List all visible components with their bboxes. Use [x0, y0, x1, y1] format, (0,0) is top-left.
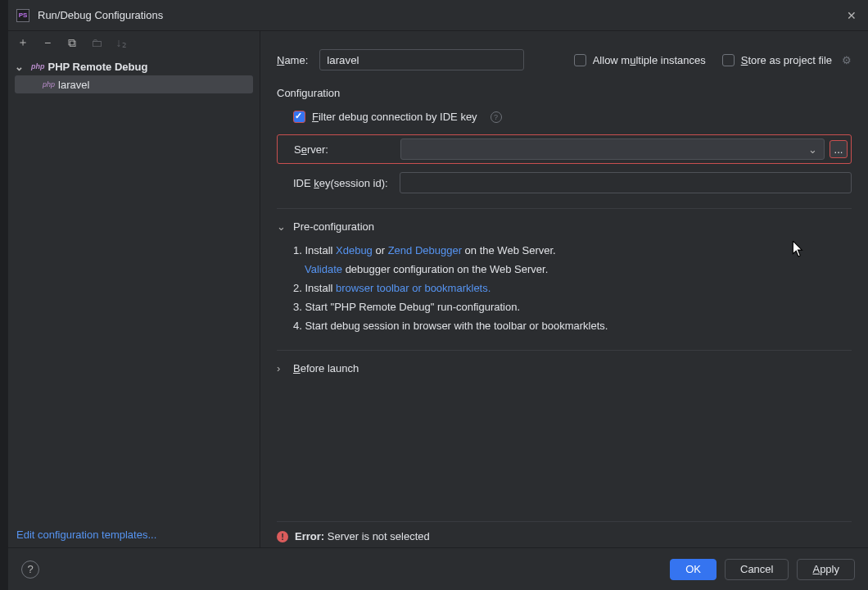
chevron-right-icon: ›: [277, 362, 288, 374]
allow-multiple-label: Allow multiple instances: [593, 54, 706, 66]
sidebar: ＋ − ⧉ 🗀 ↓₂ ⌄ php PHP Remote Debug php la…: [8, 31, 260, 547]
step-1-sub: Validate debugger configuration on the W…: [293, 260, 852, 279]
chevron-down-icon: ⌄: [808, 143, 817, 156]
validate-link[interactable]: Validate: [305, 263, 342, 275]
step-3: 3. Start "PHP Remote Debug" run-configur…: [293, 297, 852, 316]
edit-templates-link[interactable]: Edit configuration templates...: [16, 529, 156, 541]
ok-button[interactable]: OK: [670, 559, 717, 580]
main-panel: Name: Allow multiple instances Store as …: [260, 31, 868, 547]
before-launch-title: Before launch: [293, 362, 359, 374]
help-button[interactable]: ?: [21, 560, 39, 579]
ide-key-input[interactable]: [400, 172, 852, 193]
xdebug-link[interactable]: Xdebug: [336, 244, 373, 256]
help-icon[interactable]: ?: [491, 111, 502, 123]
divider: [277, 350, 852, 351]
tree-node-php-remote-debug[interactable]: ⌄ php PHP Remote Debug: [15, 57, 253, 75]
name-label: Name:: [277, 54, 308, 66]
checkbox-icon: [574, 54, 586, 66]
editor-gutter: [0, 0, 8, 590]
preconfiguration-title: Pre-configuration: [293, 220, 374, 233]
allow-multiple-checkbox[interactable]: Allow multiple instances: [574, 54, 706, 66]
error-message: Server is not selected: [324, 530, 430, 542]
tree-node-laravel[interactable]: php laravel: [15, 75, 253, 93]
zend-debugger-link[interactable]: Zend Debugger: [388, 244, 462, 256]
php-config-icon: php: [31, 62, 45, 70]
server-dropdown[interactable]: ⌄: [400, 138, 825, 160]
name-input[interactable]: [319, 49, 524, 70]
sidebar-toolbar: ＋ − ⧉ 🗀 ↓₂: [8, 31, 260, 54]
tree-child-label: laravel: [58, 79, 89, 91]
config-tree: ⌄ php PHP Remote Debug php laravel: [8, 54, 260, 522]
filter-checkbox[interactable]: [293, 111, 305, 123]
sidebar-footer: Edit configuration templates...: [8, 522, 260, 547]
server-browse-button[interactable]: ...: [830, 140, 848, 158]
step-1: 1. Install Xdebug or Zend Debugger on th…: [293, 241, 852, 260]
titlebar: PS Run/Debug Configurations ✕: [8, 0, 868, 31]
phpstorm-icon: PS: [16, 9, 29, 22]
error-bar: ! Error: Server is not selected: [277, 521, 852, 542]
browser-toolbar-link[interactable]: browser toolbar or bookmarklets.: [336, 282, 491, 294]
before-launch-section[interactable]: › Before launch: [277, 362, 852, 374]
server-label: Server:: [294, 143, 400, 156]
error-icon: !: [277, 531, 288, 542]
window-title: Run/Debug Configurations: [38, 9, 843, 21]
gear-icon[interactable]: ⚙: [842, 54, 852, 66]
add-icon[interactable]: ＋: [16, 35, 29, 50]
preconfiguration-steps: 1. Install Xdebug or Zend Debugger on th…: [277, 241, 852, 335]
configuration-section-title: Configuration: [277, 87, 852, 99]
chevron-down-icon: ⌄: [277, 220, 288, 233]
tree-parent-label: PHP Remote Debug: [48, 61, 148, 73]
store-project-checkbox[interactable]: Store as project file ⚙: [722, 54, 852, 66]
php-config-icon: php: [43, 80, 55, 88]
copy-icon[interactable]: ⧉: [66, 36, 79, 50]
checkbox-icon: [722, 54, 735, 66]
ide-key-label: IDE key(session id):: [293, 177, 400, 189]
step-4: 4. Start debug session in browser with t…: [293, 316, 852, 335]
apply-button[interactable]: Apply: [797, 559, 855, 580]
close-icon[interactable]: ✕: [843, 9, 860, 22]
chevron-down-icon: ⌄: [15, 61, 31, 73]
remove-icon[interactable]: −: [41, 36, 54, 49]
filter-label: Filter debug connection by IDE key: [312, 111, 477, 123]
server-browse-label: ...: [834, 143, 843, 156]
step-2: 2. Install browser toolbar or bookmarkle…: [293, 279, 852, 297]
divider: [277, 208, 852, 209]
bottom-bar: ? OK Cancel Apply: [8, 547, 868, 590]
folder-icon[interactable]: 🗀: [90, 36, 103, 49]
store-project-label: Store as project file: [741, 54, 832, 66]
error-label: Error:: [295, 530, 324, 542]
sort-icon[interactable]: ↓₂: [115, 36, 128, 49]
preconfiguration-section[interactable]: ⌄ Pre-configuration: [277, 220, 852, 233]
cancel-button[interactable]: Cancel: [725, 559, 789, 580]
